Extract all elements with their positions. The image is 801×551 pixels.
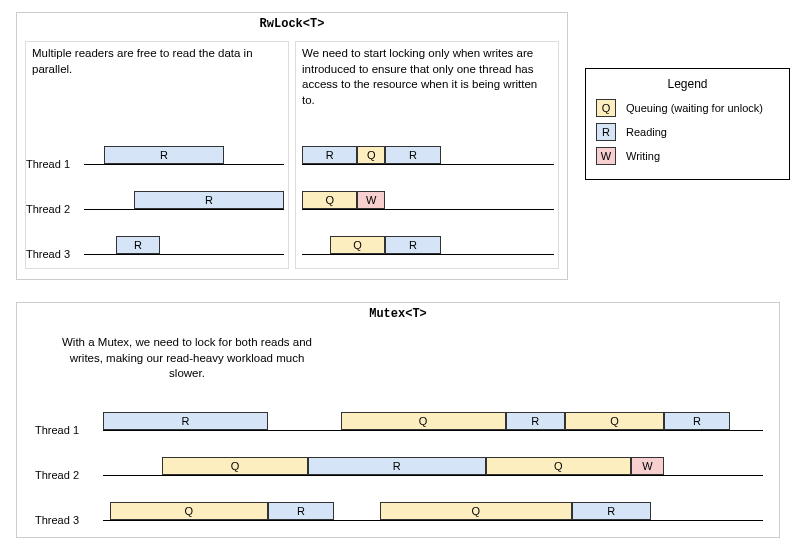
bar-q: Q bbox=[162, 457, 307, 475]
bar-q: Q bbox=[357, 146, 385, 164]
bar-r: R bbox=[302, 146, 357, 164]
bar-q: Q bbox=[486, 457, 631, 475]
thread-label: Thread 2 bbox=[26, 203, 84, 215]
bar-track: R bbox=[84, 191, 284, 209]
thread-label: Thread 3 bbox=[35, 514, 95, 526]
legend-row-r: R Reading bbox=[596, 123, 779, 141]
thread-label: Thread 2 bbox=[35, 469, 95, 481]
legend-title: Legend bbox=[596, 77, 779, 91]
bar-r: R bbox=[506, 412, 565, 430]
bar-q: Q bbox=[330, 236, 385, 254]
thread-axis bbox=[103, 430, 763, 431]
legend-label: Reading bbox=[626, 126, 667, 138]
thread-axis bbox=[84, 254, 284, 255]
rwlock-panel: RwLock<T> Multiple readers are free to r… bbox=[16, 12, 568, 280]
legend-row-w: W Writing bbox=[596, 147, 779, 165]
bar-track: R Q R bbox=[302, 146, 554, 164]
bar-r: R bbox=[385, 236, 440, 254]
thread-label: Thread 1 bbox=[26, 158, 84, 170]
bar-w: W bbox=[357, 191, 385, 209]
rwlock-left-panel: Multiple readers are free to read the da… bbox=[25, 41, 289, 269]
mutex-thread3: Thread 3 Q R Q R bbox=[17, 498, 779, 524]
bar-w: W bbox=[631, 457, 664, 475]
queuing-icon: Q bbox=[596, 99, 616, 117]
thread-label: Thread 3 bbox=[26, 248, 84, 260]
legend-label: Queuing (waiting for unlock) bbox=[626, 102, 763, 114]
bar-q: Q bbox=[565, 412, 664, 430]
mutex-thread1: Thread 1 R Q R Q R bbox=[17, 408, 779, 434]
bar-r: R bbox=[268, 502, 334, 520]
bar-r: R bbox=[103, 412, 268, 430]
rw-left-thread1: Thread 1 R bbox=[26, 142, 288, 168]
thread-axis bbox=[302, 254, 554, 255]
bar-track: Q W bbox=[302, 191, 554, 209]
bar-r: R bbox=[385, 146, 440, 164]
bar-r: R bbox=[116, 236, 160, 254]
thread-label: Thread 1 bbox=[35, 424, 95, 436]
rw-left-thread2: Thread 2 R bbox=[26, 187, 288, 213]
thread-axis bbox=[103, 475, 763, 476]
reading-icon: R bbox=[596, 123, 616, 141]
rw-right-thread2: Q W bbox=[296, 187, 558, 213]
rw-left-thread3: Thread 3 R bbox=[26, 232, 288, 258]
legend-panel: Legend Q Queuing (waiting for unlock) R … bbox=[585, 68, 790, 180]
rw-right-thread1: R Q R bbox=[296, 142, 558, 168]
thread-axis bbox=[302, 209, 554, 210]
bar-track: Q R bbox=[302, 236, 554, 254]
bar-r: R bbox=[104, 146, 224, 164]
mutex-title: Mutex<T> bbox=[17, 303, 779, 325]
bar-q: Q bbox=[110, 502, 268, 520]
thread-axis bbox=[84, 164, 284, 165]
mutex-desc: With a Mutex, we need to lock for both r… bbox=[47, 331, 327, 386]
rw-right-thread3: Q R bbox=[296, 232, 558, 258]
bar-r: R bbox=[664, 412, 730, 430]
thread-axis bbox=[103, 520, 763, 521]
bar-track: R bbox=[84, 146, 284, 164]
bar-r: R bbox=[134, 191, 284, 209]
bar-r: R bbox=[308, 457, 486, 475]
bar-q: Q bbox=[341, 412, 506, 430]
mutex-thread2: Thread 2 Q R Q W bbox=[17, 453, 779, 479]
rwlock-right-desc: We need to start locking only when write… bbox=[296, 42, 558, 112]
rwlock-right-panel: We need to start locking only when write… bbox=[295, 41, 559, 269]
rwlock-title: RwLock<T> bbox=[17, 13, 567, 35]
bar-track: R Q R Q R bbox=[103, 412, 763, 430]
legend-label: Writing bbox=[626, 150, 660, 162]
rwlock-left-desc: Multiple readers are free to read the da… bbox=[26, 42, 288, 81]
writing-icon: W bbox=[596, 147, 616, 165]
thread-axis bbox=[84, 209, 284, 210]
mutex-panel: Mutex<T> With a Mutex, we need to lock f… bbox=[16, 302, 780, 538]
thread-axis bbox=[302, 164, 554, 165]
bar-track: Q R Q W bbox=[103, 457, 763, 475]
bar-track: Q R Q R bbox=[103, 502, 763, 520]
bar-r: R bbox=[572, 502, 651, 520]
legend-row-q: Q Queuing (waiting for unlock) bbox=[596, 99, 779, 117]
bar-q: Q bbox=[302, 191, 357, 209]
bar-q: Q bbox=[380, 502, 571, 520]
bar-track: R bbox=[84, 236, 284, 254]
